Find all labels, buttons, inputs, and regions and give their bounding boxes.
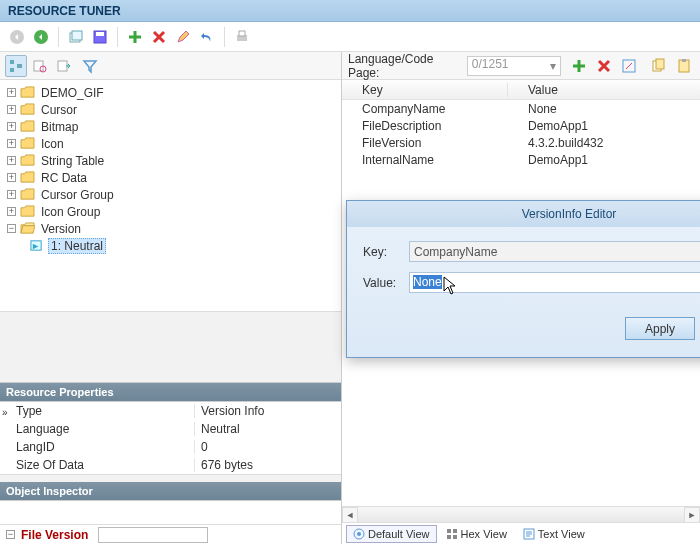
prop-row: Size Of Data676 bytes <box>0 456 341 474</box>
expand-icon[interactable]: − <box>6 530 15 539</box>
tree-item-version[interactable]: −Version <box>5 220 336 237</box>
apply-button[interactable]: Apply <box>625 317 695 340</box>
tree-spacer <box>0 312 341 383</box>
filter-icon[interactable] <box>79 55 101 77</box>
expand-icon[interactable]: + <box>7 207 16 216</box>
lang-select[interactable]: 0/1251 <box>467 56 561 76</box>
table-row[interactable]: FileDescriptionDemoApp1 <box>342 117 700 134</box>
tree-label: Bitmap <box>39 120 80 134</box>
delete-button[interactable] <box>594 55 615 77</box>
delete-button[interactable] <box>148 26 170 48</box>
tab-hex-view[interactable]: Hex View <box>439 525 514 543</box>
tree-label: Icon Group <box>39 205 102 219</box>
tree-item-stringtable[interactable]: +String Table <box>5 152 336 169</box>
cell-value: None <box>508 102 700 116</box>
right-pane: Language/Code Page: 0/1251 Key Value Com… <box>342 52 700 544</box>
cell-key: CompanyName <box>342 102 508 116</box>
svg-point-21 <box>357 532 361 536</box>
file-version-field[interactable] <box>98 527 208 543</box>
svg-rect-23 <box>453 529 457 533</box>
expand-icon[interactable]: + <box>7 122 16 131</box>
expand-icon[interactable]: + <box>7 190 16 199</box>
scroll-left-icon[interactable]: ◄ <box>342 507 358 523</box>
tree-item-icongroup[interactable]: +Icon Group <box>5 203 336 220</box>
tree-item-demo-gif[interactable]: +DEMO_GIF <box>5 84 336 101</box>
folder-icon <box>20 154 35 167</box>
print-button[interactable] <box>231 26 253 48</box>
back-button[interactable] <box>6 26 28 48</box>
prop-row: LanguageNeutral <box>0 420 341 438</box>
expand-icon[interactable]: + <box>7 156 16 165</box>
open-button[interactable] <box>65 26 87 48</box>
svg-rect-10 <box>17 64 22 68</box>
prop-name: Size Of Data <box>16 458 84 472</box>
prop-value: 0 <box>195 440 208 454</box>
table-row[interactable]: FileVersion4.3.2.build432 <box>342 134 700 151</box>
dialog-titlebar[interactable]: VersionInfo Editor ✕ <box>347 201 700 227</box>
expand-icon[interactable]: + <box>7 139 16 148</box>
key-label: Key: <box>363 245 409 259</box>
copy-button[interactable] <box>648 55 669 77</box>
expand-icon[interactable]: + <box>7 173 16 182</box>
expand-icon[interactable]: + <box>7 105 16 114</box>
table-row[interactable]: InternalNameDemoApp1 <box>342 151 700 168</box>
save-button[interactable] <box>89 26 111 48</box>
scroll-right-icon[interactable]: ► <box>684 507 700 523</box>
tree-item-icon[interactable]: +Icon <box>5 135 336 152</box>
value-field[interactable] <box>409 272 700 293</box>
find-icon[interactable] <box>29 55 51 77</box>
col-key[interactable]: Key <box>342 83 508 97</box>
folder-icon <box>20 171 35 184</box>
svg-rect-7 <box>239 31 245 36</box>
collapse-icon[interactable]: − <box>7 224 16 233</box>
svg-rect-22 <box>447 529 451 533</box>
table-row[interactable]: CompanyNameNone <box>342 100 700 117</box>
tree-item-version-child[interactable]: 1: Neutral <box>5 237 336 254</box>
tree-label: 1: Neutral <box>48 238 106 254</box>
folder-icon <box>20 86 35 99</box>
titlebar: RESOURCE TUNER <box>0 0 700 22</box>
tree-label: Cursor Group <box>39 188 116 202</box>
right-toolbar: Language/Code Page: 0/1251 <box>342 52 700 80</box>
horizontal-scrollbar[interactable]: ◄ ► <box>342 506 700 522</box>
tree-view-icon[interactable] <box>5 55 27 77</box>
prop-name: LangID <box>16 440 55 454</box>
bottom-row: − File Version <box>0 524 341 544</box>
expand-icon[interactable]: + <box>7 88 16 97</box>
svg-rect-19 <box>682 59 686 62</box>
tab-text-view[interactable]: Text View <box>516 525 592 543</box>
svg-rect-24 <box>447 535 451 539</box>
add-button[interactable] <box>569 55 590 77</box>
view-tabs: Default View Hex View Text View <box>342 522 700 544</box>
cell-value: 4.3.2.build432 <box>508 136 700 150</box>
svg-rect-5 <box>96 32 104 36</box>
object-inspector <box>0 500 341 524</box>
tree-item-rcdata[interactable]: +RC Data <box>5 169 336 186</box>
forward-button[interactable] <box>30 26 52 48</box>
tab-default-view[interactable]: Default View <box>346 525 437 543</box>
export-icon[interactable] <box>53 55 75 77</box>
edit-button[interactable] <box>619 55 640 77</box>
resource-tree[interactable]: +DEMO_GIF +Cursor +Bitmap +Icon +String … <box>0 80 341 312</box>
col-value[interactable]: Value <box>508 83 700 97</box>
folder-icon <box>20 188 35 201</box>
tree-item-bitmap[interactable]: +Bitmap <box>5 118 336 135</box>
paste-button[interactable] <box>673 55 694 77</box>
svg-rect-3 <box>72 31 82 40</box>
tree-item-cursorgroup[interactable]: +Cursor Group <box>5 186 336 203</box>
svg-rect-9 <box>10 68 14 72</box>
prop-name: Type <box>16 404 42 418</box>
add-button[interactable] <box>124 26 146 48</box>
prop-value: Neutral <box>195 422 240 436</box>
scroll-thumb[interactable] <box>358 507 684 522</box>
left-pane: +DEMO_GIF +Cursor +Bitmap +Icon +String … <box>0 52 342 544</box>
resource-icon <box>29 239 44 252</box>
table-header: Key Value <box>342 80 700 100</box>
tree-toolbar <box>0 52 341 80</box>
edit-button[interactable] <box>172 26 194 48</box>
undo-button[interactable] <box>196 26 218 48</box>
tree-item-cursor[interactable]: +Cursor <box>5 101 336 118</box>
key-field[interactable] <box>409 241 700 262</box>
tree-label: Icon <box>39 137 66 151</box>
main-toolbar <box>0 22 700 52</box>
